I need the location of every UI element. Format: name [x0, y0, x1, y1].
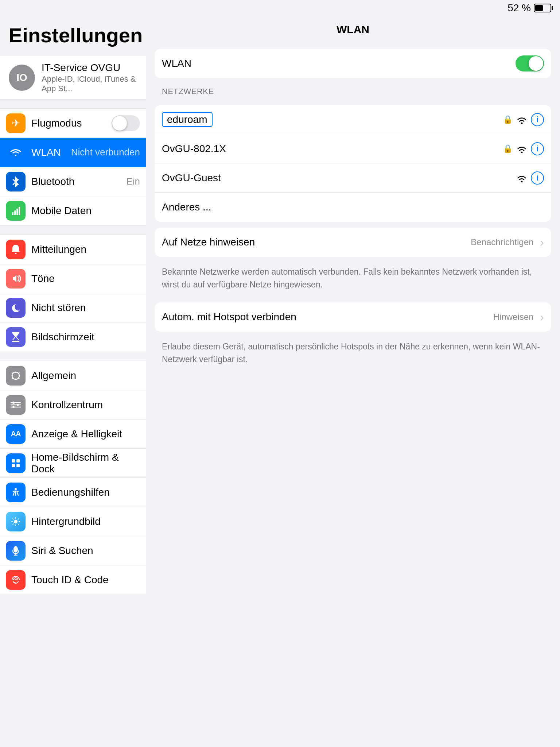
detail-panel: WLAN WLAN NETZWERKE eduroam 🔒 — [146, 16, 560, 747]
moon-icon — [6, 298, 26, 318]
sidebar-item-hintergrundbild[interactable]: Hintergrundbild — [0, 507, 146, 536]
svg-point-23 — [15, 488, 17, 490]
mitteilungen-label: Mitteilungen — [31, 244, 86, 255]
sidebar-item-bluetooth[interactable]: Bluetooth Ein — [0, 167, 146, 196]
sidebar-item-toene[interactable]: Töne — [0, 264, 146, 293]
grid-icon — [6, 453, 26, 473]
info-button-ovgu802[interactable]: i — [531, 142, 544, 155]
svg-rect-21 — [12, 464, 15, 467]
wifi-signal-icon-eduroam — [516, 115, 527, 124]
wlan-toggle-row[interactable]: WLAN — [155, 49, 551, 78]
antenna-icon — [6, 201, 26, 221]
row-content: Bedienungshilfen — [31, 487, 140, 498]
main-layout: Einstellungen IO IT-Service OVGU Apple-I… — [0, 16, 560, 747]
sidebar-item-bedienungshilfen[interactable]: Bedienungshilfen — [0, 478, 146, 507]
network-name-eduroam: eduroam — [162, 114, 503, 125]
bluetooth-value: Ein — [126, 176, 140, 187]
sidebar-item-nicht-stoeren[interactable]: Nicht stören — [0, 293, 146, 322]
bildschirmzeit-label: Bildschirmzeit — [31, 331, 94, 343]
lock-icon-ovgu802: 🔒 — [503, 144, 513, 154]
display-icon: AA — [6, 424, 26, 444]
notify-card: Auf Netze hinweisen Benachrichtigen — [155, 228, 551, 257]
svg-rect-4 — [19, 207, 20, 215]
hotspot-card: Autom. mit Hotspot verbinden Hinweisen — [155, 302, 551, 332]
row-content: Bluetooth Ein — [31, 176, 140, 187]
network-right-ovgu802: 🔒 i — [503, 142, 544, 155]
info-button-eduroam[interactable]: i — [531, 113, 544, 126]
network-row-anderes[interactable]: Anderes ... — [155, 193, 551, 222]
wifi-icon — [6, 143, 26, 162]
hotspot-row[interactable]: Autom. mit Hotspot verbinden Hinweisen — [155, 302, 551, 332]
sidebar-item-kontrollzentrum[interactable]: Kontrollzentrum — [0, 390, 146, 419]
network-row-eduroam[interactable]: eduroam 🔒 i — [155, 105, 551, 134]
wlan-main-toggle[interactable] — [516, 55, 544, 71]
wifi-signal-icon-ovgu802 — [516, 144, 527, 153]
row-content: Flugmodus — [31, 115, 140, 131]
profile-subtitle: Apple-ID, iCloud, iTunes & App St... — [42, 74, 137, 93]
fingerprint-icon — [6, 570, 26, 590]
sliders-icon — [6, 395, 26, 415]
sidebar-item-siri[interactable]: Siri & Suchen — [0, 536, 146, 565]
wifi-signal-icon-ovgu-guest — [516, 174, 527, 182]
svg-rect-19 — [12, 459, 15, 462]
sidebar-item-mitteilungen[interactable]: Mitteilungen — [0, 235, 146, 264]
sidebar-item-home[interactable]: Home-Bildschirm & Dock — [0, 449, 146, 478]
svg-rect-22 — [16, 464, 20, 467]
profile-section[interactable]: IO IT-Service OVGU Apple-ID, iCloud, iTu… — [0, 56, 146, 100]
home-label: Home-Bildschirm & Dock — [31, 452, 140, 475]
hotspot-value: Hinweisen — [493, 312, 534, 322]
sidebar-item-flugmodus[interactable]: ✈ Flugmodus — [0, 109, 146, 138]
network-right-eduroam: 🔒 i — [503, 113, 544, 126]
info-button-ovgu-guest[interactable]: i — [531, 171, 544, 185]
allgemein-label: Allgemein — [31, 370, 76, 382]
battery-fill — [535, 5, 543, 11]
network-row-ovgu802[interactable]: OvGU-802.1X 🔒 i — [155, 134, 551, 163]
flugmodus-toggle[interactable] — [112, 115, 140, 131]
notify-label: Auf Netze hinweisen — [162, 236, 471, 248]
display-group: Allgemein — [0, 361, 146, 595]
notify-description: Bekannte Netzwerke werden automatisch ve… — [146, 263, 560, 297]
hotspot-chevron — [537, 310, 544, 324]
row-content: Nicht stören — [31, 302, 140, 314]
row-content: Mitteilungen — [31, 244, 140, 255]
network-name-ovgu802: OvGU-802.1X — [162, 143, 503, 155]
svg-rect-2 — [14, 210, 16, 215]
bluetooth-icon — [6, 172, 26, 191]
notify-row[interactable]: Auf Netze hinweisen Benachrichtigen — [155, 228, 551, 257]
row-content: Kontrollzentrum — [31, 399, 140, 411]
speaker-icon — [6, 269, 26, 289]
sidebar: Einstellungen IO IT-Service OVGU Apple-I… — [0, 16, 146, 747]
wlan-value: Nicht verbunden — [71, 147, 140, 158]
wallpaper-icon — [6, 512, 26, 531]
status-bar: 52 % — [0, 0, 560, 16]
sidebar-item-mobile-daten[interactable]: Mobile Daten — [0, 196, 146, 225]
selected-network-badge: eduroam — [162, 112, 213, 127]
status-bar-right: 52 % — [508, 2, 551, 14]
accessibility-icon — [6, 483, 26, 502]
toggle-thumb — [529, 56, 543, 71]
sidebar-item-allgemein[interactable]: Allgemein — [0, 361, 146, 390]
sidebar-item-wlan[interactable]: WLAN Nicht verbunden — [0, 138, 146, 167]
airplane-icon: ✈ — [6, 113, 26, 133]
notifications-group: Mitteilungen Töne — [0, 235, 146, 352]
toene-label: Töne — [31, 273, 55, 285]
row-content: Töne — [31, 273, 140, 285]
network-row-ovgu-guest[interactable]: OvGU-Guest i — [155, 163, 551, 193]
wlan-label: WLAN — [31, 147, 61, 158]
mobile-daten-label: Mobile Daten — [31, 205, 92, 217]
sidebar-title: Einstellungen — [0, 16, 146, 56]
sidebar-item-touch-id[interactable]: Touch ID & Code — [0, 565, 146, 595]
hotspot-right: Hinweisen — [493, 310, 544, 324]
networks-section-label: NETZWERKE — [146, 84, 560, 99]
sidebar-item-anzeige[interactable]: AA Anzeige & Helligkeit — [0, 419, 146, 449]
sidebar-item-bildschirmzeit[interactable]: Bildschirmzeit — [0, 322, 146, 352]
gear-icon — [6, 366, 26, 386]
notify-right: Benachrichtigen — [471, 236, 544, 249]
svg-point-28 — [521, 122, 523, 124]
lock-icon-eduroam: 🔒 — [503, 115, 513, 124]
row-content: Anzeige & Helligkeit — [31, 428, 140, 440]
row-content: Hintergrundbild — [31, 516, 140, 527]
hintergrundbild-label: Hintergrundbild — [31, 516, 101, 527]
notify-chevron — [537, 236, 544, 249]
flugmodus-label: Flugmodus — [31, 117, 82, 129]
